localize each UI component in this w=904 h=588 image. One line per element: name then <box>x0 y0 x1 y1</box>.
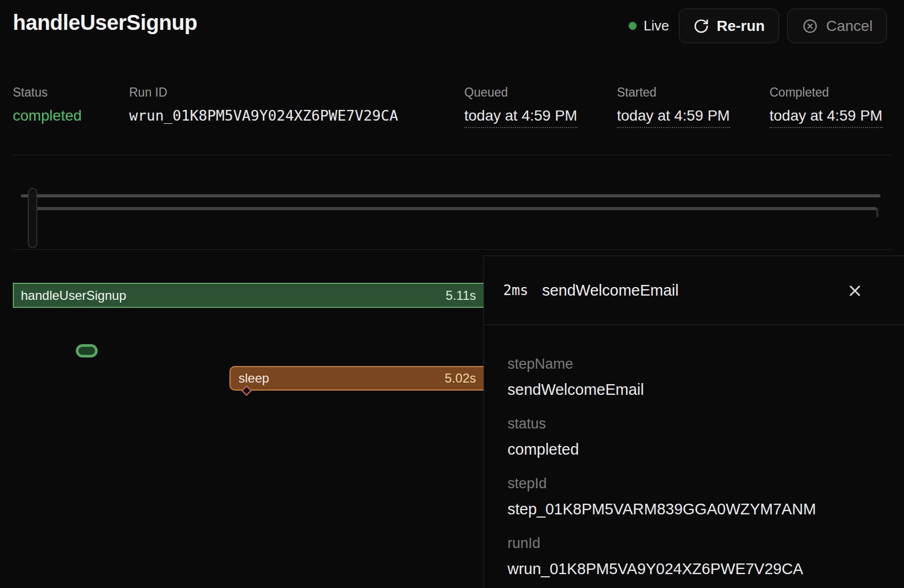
sleep-bar-duration: 5.02s <box>445 371 476 386</box>
minimap-span-workflow[interactable] <box>21 194 881 197</box>
cancel-button[interactable]: Cancel <box>787 9 887 43</box>
step-detail-panel: 2ms sendWelcomeEmail stepName sendWelcom… <box>483 256 904 588</box>
field-value: wrun_01K8PM5VA9Y024XZ6PWE7V29CA <box>507 561 883 576</box>
meta-completed: Completed today at 4:59 PM <box>770 85 883 128</box>
rerun-label: Re-run <box>717 18 765 35</box>
field-value: step_01K8PM5VARM839GGA0WZYM7ANM <box>507 502 883 517</box>
queued-value[interactable]: today at 4:59 PM <box>464 106 577 128</box>
completed-value[interactable]: today at 4:59 PM <box>770 106 883 128</box>
field-label: stepId <box>507 476 883 491</box>
run-id-value: wrun_01K8PM5VA9Y024XZ6PWE7V29CA <box>129 106 398 125</box>
step-duration-badge: 2ms <box>503 282 528 298</box>
field-label: stepName <box>507 357 883 371</box>
meta-status: Status completed <box>13 85 82 125</box>
step-detail-body: stepName sendWelcomeEmail status complet… <box>484 325 904 576</box>
workflow-bar-label: handleUserSignup <box>21 288 126 303</box>
field-status: status completed <box>507 417 883 457</box>
sleep-bar-label: sleep <box>239 371 269 386</box>
close-panel-button[interactable] <box>844 280 866 302</box>
field-stepname: stepName sendWelcomeEmail <box>507 357 883 397</box>
field-label: runId <box>507 536 883 551</box>
workflow-run-page: handleUserSignup Live Re-run Cancel Stat… <box>0 0 904 588</box>
step-detail-title: sendWelcomeEmail <box>542 282 679 299</box>
page-title: handleUserSignup <box>13 11 197 35</box>
started-label: Started <box>617 85 730 99</box>
close-icon <box>847 283 863 299</box>
cancel-circle-icon <box>802 18 819 35</box>
gantt-bar-sleep[interactable]: sleep 5.02s <box>229 366 483 391</box>
live-dot-icon <box>629 22 637 30</box>
field-value: sendWelcomeEmail <box>507 382 883 397</box>
cancel-label: Cancel <box>826 18 873 35</box>
started-value[interactable]: today at 4:59 PM <box>617 106 730 128</box>
meta-divider <box>13 155 891 155</box>
completed-label: Completed <box>770 85 883 99</box>
minimap-right-handle[interactable] <box>876 208 878 218</box>
meta-started: Started today at 4:59 PM <box>617 85 730 128</box>
live-indicator: Live <box>629 18 669 34</box>
meta-queued: Queued today at 4:59 PM <box>464 85 577 128</box>
gantt-divider <box>13 249 891 250</box>
run-id-label: Run ID <box>129 85 398 99</box>
field-label: status <box>507 417 883 431</box>
meta-run-id: Run ID wrun_01K8PM5VA9Y024XZ6PWE7V29CA <box>129 85 398 125</box>
field-runid: runId wrun_01K8PM5VA9Y024XZ6PWE7V29CA <box>507 536 883 576</box>
step-detail-header: 2ms sendWelcomeEmail <box>484 256 904 325</box>
refresh-icon <box>693 18 709 34</box>
live-label: Live <box>644 18 669 34</box>
status-label: Status <box>13 85 82 99</box>
rerun-button[interactable]: Re-run <box>679 9 779 43</box>
queued-label: Queued <box>464 85 577 99</box>
minimap-span-sleep[interactable] <box>31 207 877 210</box>
gantt-bar-workflow[interactable]: handleUserSignup 5.11s <box>13 283 483 308</box>
status-value: completed <box>13 106 82 125</box>
workflow-bar-duration: 5.11s <box>446 288 476 303</box>
gantt-step-pill-sendwelcomeemail[interactable] <box>76 344 98 357</box>
minimap-brush-handle[interactable] <box>28 188 37 248</box>
field-stepid: stepId step_01K8PM5VARM839GGA0WZYM7ANM <box>507 476 883 517</box>
field-value: completed <box>507 442 883 457</box>
